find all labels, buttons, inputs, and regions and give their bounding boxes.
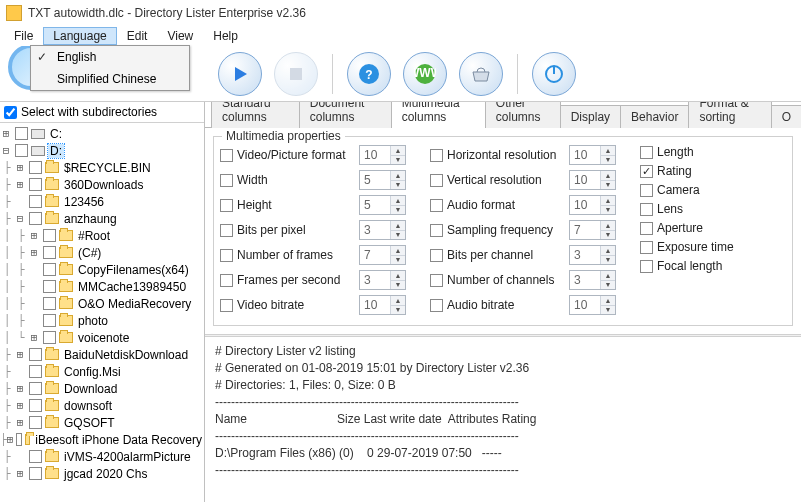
property-checkbox[interactable]: [640, 165, 653, 178]
power-button[interactable]: [532, 52, 576, 96]
property-checkbox[interactable]: [220, 149, 233, 162]
width-spinner[interactable]: ▲▼: [569, 145, 616, 165]
property-checkbox[interactable]: [220, 174, 233, 187]
width-spinner[interactable]: ▲▼: [569, 195, 616, 215]
tree-item[interactable]: downsoft: [62, 399, 114, 413]
tree-item[interactable]: BaiduNetdiskDownload: [62, 348, 190, 362]
tree-item[interactable]: voicenote: [76, 331, 131, 345]
spinner-value[interactable]: [570, 273, 600, 287]
web-button[interactable]: WWW: [403, 52, 447, 96]
property-checkbox[interactable]: [430, 199, 443, 212]
property-checkbox[interactable]: [220, 249, 233, 262]
spinner-up[interactable]: ▲: [601, 271, 615, 281]
width-spinner[interactable]: ▲▼: [359, 295, 406, 315]
tree-item[interactable]: GQSOFT: [62, 416, 117, 430]
property-checkbox[interactable]: [640, 222, 653, 235]
stop-button[interactable]: [274, 52, 318, 96]
spinner-value[interactable]: [570, 198, 600, 212]
tree-item[interactable]: (C#): [76, 246, 103, 260]
tab-document[interactable]: Document columns: [299, 102, 392, 128]
width-spinner[interactable]: ▲▼: [359, 145, 406, 165]
property-checkbox[interactable]: [640, 146, 653, 159]
tab-standard[interactable]: Standard columns: [211, 102, 300, 128]
property-checkbox[interactable]: [640, 184, 653, 197]
property-checkbox[interactable]: [430, 174, 443, 187]
spinner-down[interactable]: ▼: [601, 281, 615, 290]
spinner-down[interactable]: ▼: [391, 256, 405, 265]
tree-item[interactable]: O&O MediaRecovery: [76, 297, 193, 311]
tab-behavior[interactable]: Behavior: [620, 105, 689, 128]
run-button[interactable]: [218, 52, 262, 96]
property-checkbox[interactable]: [430, 149, 443, 162]
spinner-down[interactable]: ▼: [601, 306, 615, 315]
spinner-down[interactable]: ▼: [601, 156, 615, 165]
tree-item[interactable]: CopyFilenames(x64): [76, 263, 191, 277]
tree-item[interactable]: Download: [62, 382, 119, 396]
drive-c[interactable]: C:: [48, 127, 64, 141]
spinner-up[interactable]: ▲: [391, 296, 405, 306]
width-spinner[interactable]: ▲▼: [359, 195, 406, 215]
spinner-down[interactable]: ▼: [391, 231, 405, 240]
property-checkbox[interactable]: [220, 299, 233, 312]
spinner-down[interactable]: ▼: [391, 206, 405, 215]
lang-english[interactable]: ✓ English: [31, 46, 189, 68]
spinner-up[interactable]: ▲: [601, 246, 615, 256]
spinner-up[interactable]: ▲: [391, 196, 405, 206]
property-checkbox[interactable]: [220, 199, 233, 212]
tab-multimedia[interactable]: Multimedia columns: [391, 102, 486, 128]
tab-other[interactable]: Other columns: [485, 102, 561, 128]
tab-display[interactable]: Display: [560, 105, 621, 128]
spinner-down[interactable]: ▼: [601, 206, 615, 215]
spinner-value[interactable]: [360, 223, 390, 237]
property-checkbox[interactable]: [640, 241, 653, 254]
preview-panel[interactable]: # Directory Lister v2 listing # Generate…: [205, 337, 801, 502]
spinner-down[interactable]: ▼: [601, 231, 615, 240]
width-spinner[interactable]: ▲▼: [569, 170, 616, 190]
property-checkbox[interactable]: [430, 249, 443, 262]
tree-item[interactable]: 360Downloads: [62, 178, 145, 192]
spinner-value[interactable]: [570, 173, 600, 187]
spinner-value[interactable]: [570, 223, 600, 237]
spinner-value[interactable]: [570, 248, 600, 262]
property-checkbox[interactable]: [430, 299, 443, 312]
tab-format[interactable]: Format & sorting: [688, 102, 771, 128]
menu-file[interactable]: File: [4, 27, 43, 45]
spinner-value[interactable]: [360, 248, 390, 262]
menu-edit[interactable]: Edit: [117, 27, 158, 45]
width-spinner[interactable]: ▲▼: [359, 220, 406, 240]
width-spinner[interactable]: ▲▼: [359, 245, 406, 265]
select-subdirs-checkbox[interactable]: [4, 106, 17, 119]
spinner-value[interactable]: [570, 148, 600, 162]
spinner-up[interactable]: ▲: [391, 271, 405, 281]
spinner-down[interactable]: ▼: [391, 306, 405, 315]
spinner-up[interactable]: ▲: [601, 221, 615, 231]
tree-item[interactable]: $RECYCLE.BIN: [62, 161, 153, 175]
select-subdirs-row[interactable]: Select with subdirectories: [0, 102, 204, 123]
property-checkbox[interactable]: [220, 224, 233, 237]
tree-item[interactable]: iVMS-4200alarmPicture: [62, 450, 193, 464]
property-checkbox[interactable]: [430, 274, 443, 287]
menu-language[interactable]: Language: [43, 27, 116, 45]
tree-item[interactable]: jgcad 2020 Chs: [62, 467, 149, 481]
width-spinner[interactable]: ▲▼: [569, 270, 616, 290]
spinner-down[interactable]: ▼: [391, 156, 405, 165]
spinner-up[interactable]: ▲: [391, 171, 405, 181]
spinner-down[interactable]: ▼: [391, 181, 405, 190]
tab-output[interactable]: O: [771, 105, 801, 128]
spinner-down[interactable]: ▼: [601, 256, 615, 265]
spinner-up[interactable]: ▲: [601, 171, 615, 181]
tree-item[interactable]: 123456: [62, 195, 106, 209]
width-spinner[interactable]: ▲▼: [359, 170, 406, 190]
tree-item[interactable]: anzhaung: [62, 212, 119, 226]
tree-item[interactable]: iBeesoft iPhone Data Recovery: [33, 433, 204, 447]
directory-tree[interactable]: ⊞C: ⊟D: ├⊞$RECYCLE.BIN ├⊞360Downloads ├ …: [0, 123, 204, 502]
spinner-up[interactable]: ▲: [391, 221, 405, 231]
spinner-value[interactable]: [360, 148, 390, 162]
property-checkbox[interactable]: [640, 260, 653, 273]
spinner-value[interactable]: [570, 298, 600, 312]
spinner-down[interactable]: ▼: [601, 181, 615, 190]
basket-button[interactable]: [459, 52, 503, 96]
spinner-up[interactable]: ▲: [391, 246, 405, 256]
spinner-up[interactable]: ▲: [601, 196, 615, 206]
tree-item[interactable]: photo: [76, 314, 110, 328]
